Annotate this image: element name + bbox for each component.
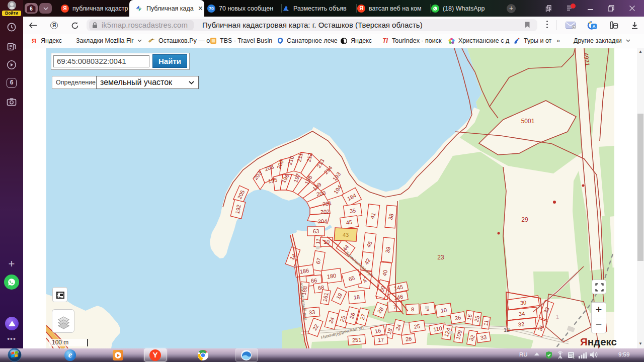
svg-text:18: 18 bbox=[353, 294, 360, 300]
svg-text:8: 8 bbox=[411, 306, 415, 312]
svg-text:33: 33 bbox=[308, 309, 315, 315]
svg-text:30: 30 bbox=[520, 299, 527, 306]
svg-text:204: 204 bbox=[318, 218, 328, 225]
svg-text:25: 25 bbox=[414, 323, 421, 330]
svg-text:33: 33 bbox=[480, 334, 487, 341]
svg-text:1: 1 bbox=[556, 314, 559, 320]
svg-text:201: 201 bbox=[322, 200, 332, 207]
svg-text:A: A bbox=[592, 24, 596, 29]
svg-text:180: 180 bbox=[327, 273, 337, 280]
svg-text:12: 12 bbox=[504, 327, 510, 333]
svg-text:23: 23 bbox=[437, 254, 444, 261]
svg-text:251: 251 bbox=[352, 336, 361, 343]
svg-text:35: 35 bbox=[349, 207, 356, 214]
svg-text:10: 10 bbox=[440, 307, 447, 314]
svg-text:5001: 5001 bbox=[521, 118, 535, 125]
svg-text:63: 63 bbox=[313, 228, 319, 234]
svg-text:34: 34 bbox=[518, 310, 525, 317]
svg-text:11: 11 bbox=[482, 319, 490, 326]
svg-text:26: 26 bbox=[405, 335, 412, 342]
svg-text:66: 66 bbox=[310, 277, 317, 284]
svg-text:202: 202 bbox=[320, 208, 330, 215]
svg-text:16: 16 bbox=[374, 327, 381, 334]
svg-text:17: 17 bbox=[377, 336, 384, 343]
svg-text:45: 45 bbox=[346, 219, 353, 226]
svg-text:26: 26 bbox=[454, 314, 461, 321]
svg-text:43: 43 bbox=[342, 232, 349, 238]
svg-text:29: 29 bbox=[521, 216, 528, 223]
svg-text:32: 32 bbox=[518, 321, 524, 327]
svg-text:186: 186 bbox=[299, 267, 309, 275]
